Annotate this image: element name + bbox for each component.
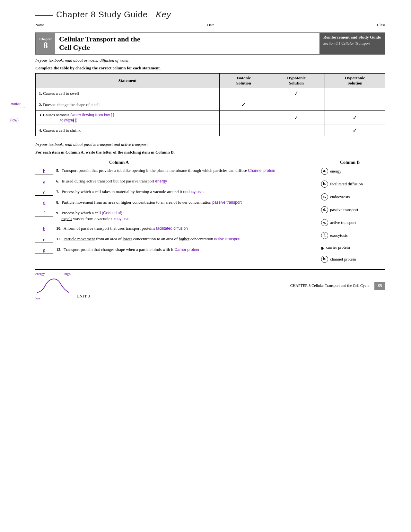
col-b-text-b: facilitated diffusion xyxy=(330,182,363,187)
answer-12: g xyxy=(35,247,53,253)
item-7-text: 7. Process by which a cell takes in mate… xyxy=(56,189,311,195)
footer: energy high low UNIT 3 CHAPTER 8 Cellula… xyxy=(35,269,385,300)
matching-row-11: e 11. Particle movement from an area of … xyxy=(35,236,311,243)
col-hypotonic: HypotonicSolution xyxy=(268,73,325,88)
italic-instruction-2: In your textbook, read about passive tra… xyxy=(35,142,385,147)
matching-section: h 5. Transport protein that provides a t… xyxy=(35,168,385,263)
table-row: 2. Doesn't change the shape of a cell ✓ xyxy=(36,99,385,110)
row2-isotonic: ✓ xyxy=(220,99,268,110)
col-b-text-e: active transport xyxy=(330,220,356,225)
col-b-circle-c: c. xyxy=(321,193,328,200)
col-b-header: Column B xyxy=(340,160,360,165)
col-b-letter-g: g. xyxy=(321,245,324,250)
row4-hypertonic: ✓ xyxy=(325,125,385,136)
reinforcement-title: Reinforcement and Study Guide xyxy=(323,35,381,40)
answer-5: h xyxy=(35,168,53,174)
item5-annotation: Channel protein xyxy=(248,168,275,173)
title-dash xyxy=(35,15,53,16)
page-title: Chapter 8 Study Guide Key xyxy=(56,10,171,20)
page-number: 85 xyxy=(374,282,385,290)
matching-row-8: d 8. Particle movement from an area of h… xyxy=(35,200,311,206)
chapter-header: Chapter 8 Cellular Transport and the Cel… xyxy=(35,32,385,55)
row3-statement: 3. Causes osmosis (water flowing from lo… xyxy=(36,110,220,125)
diagram-top-labels: energy high xyxy=(35,272,71,276)
col-b-circle-e: e. xyxy=(321,219,328,226)
row1-hypotonic: ✓ xyxy=(268,88,325,99)
chapter-number: 8 xyxy=(43,41,48,50)
col-b-items: a. energy b. facilitated diffusion c. en… xyxy=(321,168,385,263)
arrow-right: → xyxy=(22,105,26,110)
matching-row-10: b 10. A form of passive transport that u… xyxy=(35,226,311,232)
col-b-circle-f: f. xyxy=(321,232,328,239)
answer-7: c xyxy=(35,190,53,196)
item-9-text: 9. Process by which a cell (Gets rid of)… xyxy=(56,210,311,222)
title-text: Chapter 8 Study Guide xyxy=(56,10,148,19)
row2-statement: 2. Doesn't change the shape of a cell xyxy=(36,99,220,110)
col-b-item-b: b. facilitated diffusion xyxy=(321,181,385,188)
table-header-row: Statement IsotonicSolution HypotonicSolu… xyxy=(36,73,385,88)
chapter-badge: Chapter 8 xyxy=(36,33,55,54)
chapter-title-block: Cellular Transport and the Cell Cycle xyxy=(55,33,319,54)
footer-right: CHAPTER 8 Cellular Transport and the Cel… xyxy=(290,282,385,290)
item9-annotation: exocytosis xyxy=(111,217,129,221)
unit-label: UNIT 3 xyxy=(76,294,90,299)
col-b-text-f: exocytosis xyxy=(330,233,348,238)
row2-hypotonic xyxy=(268,99,325,110)
answer-6: a xyxy=(35,179,53,185)
matching-row-6: a 6. Is used during active transport but… xyxy=(35,178,311,185)
col-b-text-c: endocytosis xyxy=(330,194,350,200)
table-row: 3. Causes osmosis (water flowing from lo… xyxy=(36,110,385,125)
item-11-text: 11. Particle movement from an area of lo… xyxy=(56,236,311,242)
row4-hypotonic xyxy=(268,125,325,136)
arrow-cluster: ·· ·· → xyxy=(18,105,26,110)
col-b-item-a: a. energy xyxy=(321,168,385,175)
italic-instruction-1: In your textbook, read about osmosis: di… xyxy=(35,58,385,63)
item8-annotation: passive transport xyxy=(212,200,241,205)
row3-hypotonic: ✓ xyxy=(268,110,325,125)
table-container: water ·· ·· → (low) (high) Statement Iso… xyxy=(35,73,385,136)
item7-annotation: endocytosis xyxy=(183,190,203,194)
col-isotonic: IsotonicSolution xyxy=(220,73,268,88)
diagram-svg xyxy=(35,276,71,295)
matching-row-9: f 9. Process by which a cell (Gets rid o… xyxy=(35,210,311,222)
name-label: Name xyxy=(35,23,45,28)
low-bottom-label: low xyxy=(35,296,41,300)
date-label: Date xyxy=(207,23,214,28)
high-text: (high) xyxy=(64,118,74,122)
meta-row: Name Date Class xyxy=(35,23,385,29)
col-b-item-h: h. channel protein xyxy=(321,256,385,263)
col-b-circle-a: a. xyxy=(321,168,328,175)
high-annotation: (high) xyxy=(64,118,74,123)
row3-isotonic xyxy=(220,110,268,125)
col-a-header: Column A xyxy=(109,160,129,165)
high-label: high xyxy=(64,272,71,276)
table-row: 4. Causes a cell to shrink ✓ xyxy=(36,125,385,136)
matching-row-12: g 12. Transport protein that changes sha… xyxy=(35,247,311,253)
bold-instruction-1: Complete the table by checking the corre… xyxy=(35,66,385,71)
title-line2: Cell Cycle xyxy=(59,43,90,51)
col-b-item-d: d. passive transport xyxy=(321,206,385,213)
statement-table: Statement IsotonicSolution HypotonicSolu… xyxy=(35,73,385,136)
bottom-diagram: energy high low xyxy=(35,272,71,300)
item-8-text: 8. Particle movement from an area of hig… xyxy=(56,200,311,205)
table-row: 1. Causes a cell to swell ✓ xyxy=(36,88,385,99)
answer-9: f xyxy=(35,211,53,217)
item11-annotation: active transport xyxy=(214,237,240,241)
col-b-content: a. energy b. facilitated diffusion c. en… xyxy=(315,168,385,263)
chapter-title: Cellular Transport and the Cell Cycle xyxy=(59,35,316,52)
low-text: (low) xyxy=(10,118,19,122)
energy-label: energy xyxy=(35,272,45,276)
answer-11: e xyxy=(35,237,53,243)
title-line1: Cellular Transport and the xyxy=(59,35,140,43)
col-b-item-g: g. carrier protein xyxy=(321,245,385,250)
bold-instruction-2: For each item in Column A, write the let… xyxy=(35,150,385,155)
matching-row-5: h 5. Transport protein that provides a t… xyxy=(35,168,311,174)
page: Chapter 8 Study Guide Key Name Date Clas… xyxy=(0,0,411,310)
matching-row-7: c 7. Process by which a cell takes in ma… xyxy=(35,189,311,196)
title-key: Key xyxy=(156,10,171,19)
col-b-text-g: carrier protein xyxy=(326,245,350,250)
class-label: Class xyxy=(377,23,385,28)
row2-hypertonic xyxy=(325,99,385,110)
low-annotation: (low) xyxy=(10,118,19,123)
row1-statement: 1. Causes a cell to swell xyxy=(36,88,220,99)
